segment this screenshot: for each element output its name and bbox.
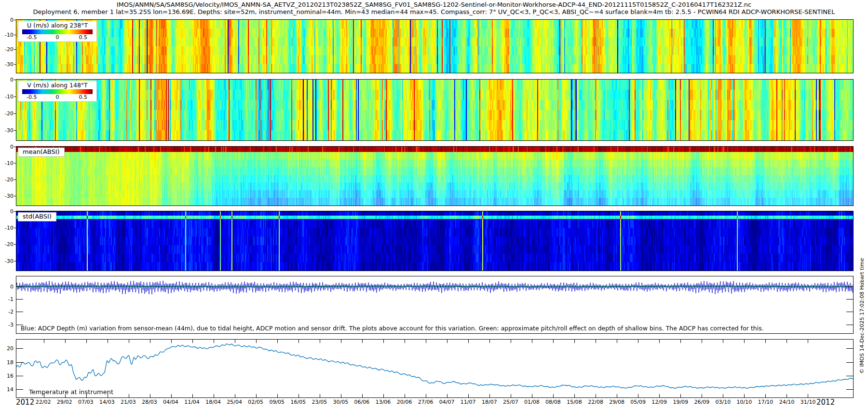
x-tick-label: 11/07 xyxy=(461,399,476,405)
y-tick-label: -20 xyxy=(0,110,14,117)
x-tick-label: 19/09 xyxy=(673,399,688,405)
y-tick-mark xyxy=(14,20,16,20)
x-tick-label: 22/02 xyxy=(36,399,51,405)
v-velocity-legend-title: V (m/s) along 148°T xyxy=(21,82,94,89)
std-absi-label: std(ABSI) xyxy=(18,212,56,221)
x-tick-label: 31/10 xyxy=(800,399,816,405)
panel-std-absi: std(ABSI) 0-10-20-30 xyxy=(16,211,854,271)
x-tick-label: 23/05 xyxy=(312,399,327,405)
x-tick-label: 29/08 xyxy=(609,399,624,405)
depth-variation-annotation: Blue: ADCP Depth (m) variation from sens… xyxy=(21,325,764,332)
figure: IMOS/ANMN/SA/SAM8SG/Velocity/IMOS_ANMN-S… xyxy=(0,0,868,410)
x-tick-label: 06/06 xyxy=(354,399,370,405)
y-tick-mark xyxy=(14,130,16,131)
x-tick-label: 03/10 xyxy=(716,399,731,405)
x-tick-label: 04/04 xyxy=(163,399,178,405)
x-tick-label: 18/04 xyxy=(205,399,221,405)
jet-colorbar xyxy=(22,89,93,94)
std-absi-heatmap xyxy=(16,211,853,271)
y-tick-mark xyxy=(14,80,16,80)
x-tick-label: 05/09 xyxy=(630,399,646,405)
y-tick-label: 20 xyxy=(0,345,14,352)
colorbar-tick-label: 0 xyxy=(56,34,59,41)
y-tick-mark xyxy=(14,261,16,261)
x-axis-year-left: 2012 xyxy=(16,398,34,407)
y-tick-label: 0 xyxy=(0,284,14,290)
x-tick-label: 04/07 xyxy=(439,399,455,405)
y-tick-label: -30 xyxy=(0,193,14,199)
y-tick-mark xyxy=(14,163,16,164)
y-tick-label: -10 xyxy=(0,225,14,231)
y-tick-label: 16 xyxy=(0,373,14,379)
y-tick-mark xyxy=(14,64,16,65)
u-velocity-legend: U (m/s) along 238°T -0.5 0 0.5 xyxy=(18,21,97,42)
panel-temperature: Temperature at instrument 20181614 xyxy=(16,339,854,398)
y-tick-label: -2 xyxy=(0,309,14,315)
figure-subtitle: Deployment 6, member 1 lat=35.25S lon=13… xyxy=(0,8,868,15)
u-velocity-legend-title: U (m/s) along 238°T xyxy=(21,22,94,29)
x-axis-labels: 2012 2012 22/0229/0207/0314/0321/0328/03… xyxy=(16,399,854,407)
y-tick-label: -20 xyxy=(0,241,14,247)
u-velocity-heatmap xyxy=(16,20,853,73)
panel-u-velocity: U (m/s) along 238°T -0.5 0 0.5 0-10-20-3… xyxy=(16,19,854,73)
y-tick-label: -30 xyxy=(0,258,14,264)
x-tick-label: 11/04 xyxy=(184,399,200,405)
mean-absi-label: mean(ABSI) xyxy=(18,148,65,157)
y-tick-label: 14 xyxy=(0,386,14,393)
y-tick-mark xyxy=(14,244,16,245)
jet-colorbar xyxy=(22,29,93,34)
x-tick-label: 14/03 xyxy=(99,399,115,405)
y-tick-mark xyxy=(14,196,16,196)
x-tick-label: 25/07 xyxy=(503,399,518,405)
y-tick-label: 0 xyxy=(0,208,14,215)
y-tick-label: -20 xyxy=(0,46,14,53)
colorbar-tick-label: -0.5 xyxy=(27,34,37,41)
colorbar-tick-label: 0 xyxy=(56,94,59,100)
colorbar-tick-row: -0.5 0 0.5 xyxy=(21,94,94,100)
colorbar-tick-row: -0.5 0 0.5 xyxy=(21,34,94,41)
x-tick-label: 10/10 xyxy=(737,399,752,405)
x-tick-label: 30/05 xyxy=(333,399,349,405)
panel-mean-absi: mean(ABSI) 0-10-20-30 xyxy=(16,146,854,206)
y-tick-label: 0 xyxy=(0,17,14,23)
temperature-label: Temperature at instrument xyxy=(29,388,113,396)
y-tick-mark xyxy=(14,228,16,228)
colorbar-tick-label: 0.5 xyxy=(79,94,87,100)
x-tick-label: 12/09 xyxy=(651,399,667,405)
temperature-plot xyxy=(16,340,853,397)
x-tick-label: 17/10 xyxy=(758,399,773,405)
y-tick-label: -30 xyxy=(0,127,14,134)
copyright-watermark: © IMOS 14-Dec-2025 17:02:08 Hobart time xyxy=(859,229,866,403)
x-axis-year-right: 2012 xyxy=(816,398,835,407)
x-tick-label: 21/03 xyxy=(121,399,136,405)
y-tick-label: -10 xyxy=(0,32,14,38)
x-tick-label: 15/08 xyxy=(567,399,582,405)
x-tick-label: 20/06 xyxy=(397,399,412,405)
v-velocity-legend: V (m/s) along 148°T -0.5 0 0.5 xyxy=(18,81,97,102)
x-tick-label: 02/05 xyxy=(248,399,263,405)
y-tick-label: 18 xyxy=(0,359,14,366)
panel-v-velocity: V (m/s) along 148°T -0.5 0 0.5 0-10-20-3… xyxy=(16,79,854,141)
y-tick-label: -3 xyxy=(0,322,14,328)
x-tick-label: 07/03 xyxy=(78,399,94,405)
y-tick-mark xyxy=(14,35,16,35)
x-tick-label: 29/02 xyxy=(57,399,72,405)
x-tick-label: 18/07 xyxy=(482,399,497,405)
y-tick-mark xyxy=(14,113,16,114)
figure-title: IMOS/ANMN/SA/SAM8SG/Velocity/IMOS_ANMN-S… xyxy=(0,1,868,8)
y-tick-mark xyxy=(14,179,16,180)
y-tick-mark xyxy=(14,147,16,147)
colorbar-tick-label: -0.5 xyxy=(27,94,37,100)
mean-absi-heatmap xyxy=(16,147,853,205)
y-tick-mark xyxy=(14,49,16,50)
y-tick-label: -10 xyxy=(0,94,14,100)
y-tick-label: 0 xyxy=(0,77,14,83)
colorbar-tick-label: 0.5 xyxy=(79,34,87,41)
y-tick-label: -1 xyxy=(0,296,14,302)
y-tick-label: -20 xyxy=(0,177,14,183)
x-tick-label: 09/05 xyxy=(269,399,285,405)
panel-depth-variation: Blue: ADCP Depth (m) variation from sens… xyxy=(16,276,854,334)
y-tick-label: -30 xyxy=(0,61,14,68)
x-tick-label: 24/10 xyxy=(779,399,795,405)
x-tick-label: 22/08 xyxy=(588,399,603,405)
